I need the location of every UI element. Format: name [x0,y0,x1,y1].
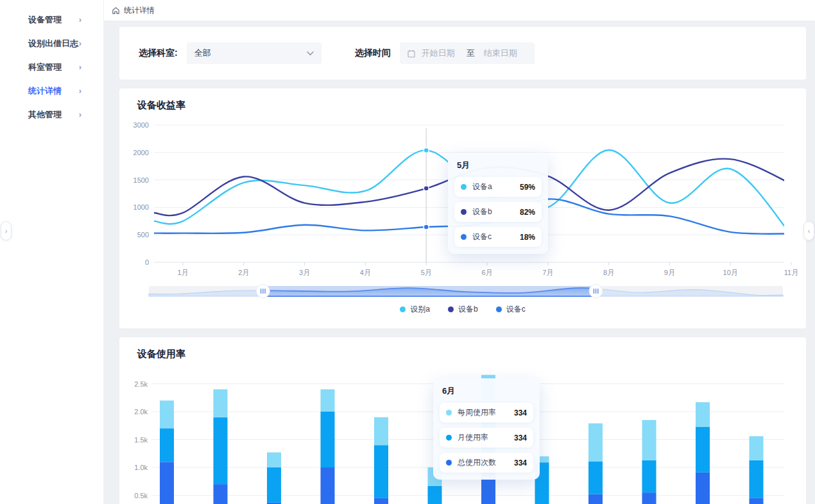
legend-item[interactable]: 设别a [400,304,430,315]
bar-11月[interactable] [696,402,710,504]
sidebar-item-label: 其他管理 [28,109,62,121]
svg-text:1000: 1000 [133,203,149,211]
bar-1月[interactable] [160,401,174,504]
x-axis-labels: 1月2月3月4月5月6月7月8月9月10月11月 [177,269,798,276]
legend-dot-icon [496,307,502,312]
svg-text:500: 500 [137,231,149,239]
legend-item[interactable]: 设备b [448,304,478,315]
legend-label: 设别a [410,304,430,315]
svg-text:1.5k: 1.5k [134,436,148,444]
tooltip-series-value: 18% [520,233,535,242]
svg-text:7月: 7月 [542,269,553,276]
sidebar-item-4[interactable]: 其他管理› [0,103,103,126]
usage-chart-card: 设备使用率 2.5k2.0k1.5k1.0k0.5k 6月 每周使用率334月使… [119,337,806,504]
svg-text:2.5k: 2.5k [134,380,148,388]
tooltip-series-value: 334 [514,433,527,442]
revenue-chart-card: 设备收益率 050010001500200030001月2月3月4月5月6月7月… [119,88,806,328]
datazoom-handle-left[interactable] [256,285,270,298]
sidebar-item-label: 统计详情 [28,85,62,97]
tooltip-series-value: 59% [520,183,535,192]
highlight-dot [424,186,429,191]
dept-select[interactable]: 全部 [187,42,322,64]
sidebar-expand-button[interactable]: › [1,221,12,240]
sidebar-item-0[interactable]: 设备管理› [0,8,103,31]
bar-5月[interactable] [374,417,388,504]
dept-filter-label: 选择科室: [139,47,178,59]
tooltip-series-value: 334 [514,458,527,467]
svg-text:3000: 3000 [133,121,149,129]
page: 设备管理›设别出借日志›科室管理›统计详情›其他管理› 统计详情 选择科室: 全… [0,0,815,504]
highlight-dot [424,147,429,153]
sidebar-item-3[interactable]: 统计详情› [0,79,103,103]
sidebar: 设备管理›设别出借日志›科室管理›统计详情›其他管理› [0,0,104,504]
tooltip-series-name: 月使用率 [458,432,488,443]
chevron-right-icon: › [79,15,82,24]
legend-label: 设备c [506,304,526,315]
breadcrumb[interactable]: 统计详情 [112,5,155,16]
topbar: 统计详情 [104,0,815,21]
series-dot-icon [461,209,467,215]
chevron-right-icon: › [79,62,82,72]
svg-text:1500: 1500 [133,176,149,184]
svg-text:1.0k: 1.0k [134,464,148,471]
svg-text:2000: 2000 [133,149,149,156]
svg-text:6月: 6月 [481,269,492,276]
breadcrumb-label: 统计详情 [124,5,155,16]
svg-text:0: 0 [145,258,149,266]
tooltip-row: 月使用率334 [440,428,533,448]
revenue-chart-legend: 设别a设备b设备c [119,304,806,315]
y-axis-labels: 05001000150020003000 [133,121,149,266]
svg-text:8月: 8月 [603,269,614,276]
start-date-input[interactable]: 开始日期 [422,47,455,59]
y-axis-labels: 2.5k2.0k1.5k1.0k0.5k [134,380,148,500]
tooltip-series-name: 设备a [472,181,492,192]
svg-text:2.0k: 2.0k [134,408,148,416]
bar-4月[interactable] [321,389,335,504]
dept-select-value: 全部 [194,47,211,59]
usage-tooltip: 6月 每周使用率334月使用率334总使用次数334 [433,378,540,480]
tooltip-series-name: 设备b [472,206,492,217]
series-dot-icon [446,460,452,466]
tooltip-series-value: 82% [520,208,535,217]
legend-item[interactable]: 设备c [496,304,526,315]
revenue-tooltip: 5月 设备a59%设备b82%设备c18% [448,153,548,254]
home-icon [112,6,120,15]
chevron-down-icon [307,51,314,56]
sidebar-item-label: 设别出借日志 [28,38,78,49]
sidebar-item-1[interactable]: 设别出借日志› [0,31,103,55]
sidebar-item-2[interactable]: 科室管理› [0,55,103,79]
legend-label: 设备b [458,304,478,315]
tooltip-row: 每周使用率334 [440,403,533,423]
tooltip-row: 设备b82% [454,202,542,222]
svg-text:9月: 9月 [664,269,675,276]
time-filter-label: 选择时间 [355,47,391,59]
tooltip-row: 设备a59% [454,177,542,197]
tooltip-series-name: 每周使用率 [458,407,496,418]
legend-dot-icon [400,307,406,312]
bar-12月[interactable] [750,436,764,504]
date-range-picker[interactable]: 开始日期 至 结束日期 [400,42,535,64]
tooltip-series-name: 设备c [472,231,492,242]
svg-text:4月: 4月 [360,269,371,276]
legend-dot-icon [448,307,454,312]
bar-2月[interactable] [214,389,228,504]
bar-9月[interactable] [588,423,603,504]
x-axis-ticks [183,262,791,265]
revenue-chart-title: 设备收益率 [137,99,185,112]
svg-text:1月: 1月 [177,269,188,276]
sidebar-item-label: 科室管理 [28,62,62,73]
tooltip-series-name: 总使用次数 [458,457,496,468]
svg-text:0.5k: 0.5k [134,492,148,500]
usage-chart-title: 设备使用率 [137,348,185,360]
datazoom-slider[interactable] [149,285,783,298]
end-date-input[interactable]: 结束日期 [484,47,517,59]
bar-10月[interactable] [642,420,656,504]
panel-collapse-button[interactable]: ‹ [803,221,814,240]
calendar-icon [408,49,415,58]
series-dot-icon [446,435,452,441]
chevron-right-icon: › [79,110,82,119]
datazoom-handle-right[interactable] [589,285,603,298]
bar-3月[interactable] [267,453,281,504]
svg-text:2月: 2月 [238,269,249,276]
tooltip-series-value: 334 [514,408,527,417]
